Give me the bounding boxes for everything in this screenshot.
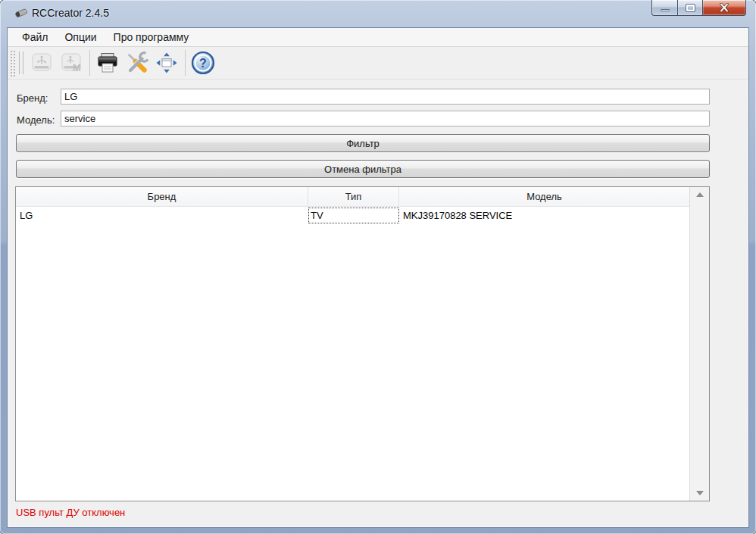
results-table: Бренд Тип Модель LG TV MKJ39170828 SERVI… [15,186,710,501]
tools-icon [124,51,150,75]
usb-read-button[interactable] [27,48,56,77]
help-icon: ? [190,51,216,75]
minimize-icon [661,9,670,11]
cell-type-focused[interactable]: TV [308,208,399,223]
table-header: Бренд Тип Модель [16,187,689,207]
svg-text:?: ? [199,57,207,70]
help-button[interactable]: ? [189,48,217,77]
brand-label: Бренд: [17,92,48,104]
cancel-filter-button[interactable]: Отмена фильтра [16,160,710,178]
menubar: Файл Опции Про программу [8,28,748,47]
status-message: USB пульт ДУ отключен [16,507,125,518]
svg-text:M: M [73,62,81,73]
app-window: RCCreator 2.4.5 Файл Опции Пр [0,0,756,534]
minimize-button[interactable] [651,0,678,16]
maximize-icon [686,5,695,11]
column-header-type[interactable]: Тип [308,187,399,206]
model-input[interactable] [61,111,710,126]
close-icon [719,3,729,12]
cell-model[interactable]: MKJ39170828 SERVICE [399,208,689,223]
cell-brand[interactable]: LG [16,208,308,223]
scroll-down-icon[interactable] [696,491,704,495]
usb-write-icon: M [58,51,84,75]
remote-control-app-icon [14,7,28,19]
model-label: Модель: [17,114,55,126]
scroll-up-icon[interactable] [696,192,704,197]
menu-about[interactable]: Про программу [105,29,198,45]
menu-options[interactable]: Опции [56,29,105,45]
move-resize-button[interactable] [152,48,181,77]
toolbar: M [8,47,748,80]
toolbar-drag-handle[interactable] [19,52,23,74]
window-controls [652,0,746,16]
print-button[interactable] [93,48,122,77]
titlebar[interactable]: RCCreator 2.4.5 [0,0,756,27]
usb-write-button[interactable]: M [57,48,86,77]
vertical-scrollbar[interactable] [689,187,709,501]
maximize-button[interactable] [677,0,703,16]
toolbar-dots-texture [9,49,17,77]
toolbar-separator [185,50,186,76]
window-title: RCCreator 2.4.5 [32,7,109,19]
table-row[interactable]: LG TV MKJ39170828 SERVICE [16,208,689,223]
column-header-brand[interactable]: Бренд [16,187,308,206]
brand-input[interactable] [61,89,710,105]
print-icon [95,51,120,75]
move-resize-icon [154,51,180,75]
tools-button[interactable] [123,48,152,77]
menu-file[interactable]: Файл [14,29,56,45]
toolbar-separator [89,50,90,76]
filter-button[interactable]: Фильтр [16,134,710,152]
usb-read-icon [29,51,55,75]
client-area: Файл Опции Про программу [7,27,749,528]
close-button[interactable] [702,0,746,16]
column-header-model[interactable]: Модель [399,187,689,206]
